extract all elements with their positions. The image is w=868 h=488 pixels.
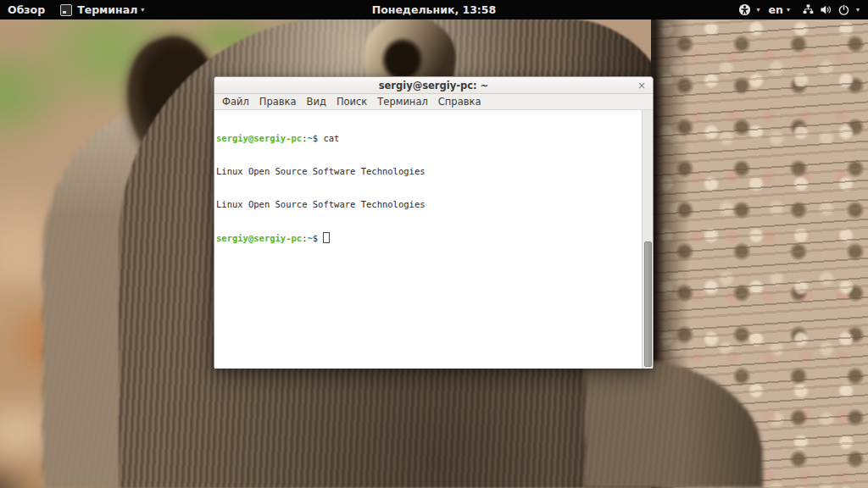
- scrollbar[interactable]: [642, 110, 653, 369]
- activities-button[interactable]: Обзор: [0, 0, 53, 19]
- raccoon-fur-foreground: [585, 359, 763, 488]
- power-icon: [837, 3, 850, 16]
- terminal-cursor: [323, 232, 330, 243]
- app-menu-label: Терминал: [77, 3, 137, 16]
- menu-item-help[interactable]: Справка: [433, 96, 487, 108]
- window-title: sergiy@sergiy-pc: ~: [379, 80, 489, 92]
- volume-icon: [820, 3, 832, 16]
- accessibility-menu[interactable]: ▾: [732, 0, 765, 19]
- app-menu-button[interactable]: Терминал ▾: [53, 0, 152, 19]
- system-menu[interactable]: ▾: [794, 0, 865, 19]
- menu-item-edit[interactable]: Правка: [254, 96, 302, 108]
- window-menubar: Файл Правка Вид Поиск Терминал Справка: [214, 94, 653, 110]
- blurred-leaves-left: [0, 0, 237, 488]
- chevron-down-icon: ▾: [141, 7, 144, 14]
- close-button[interactable]: ×: [635, 77, 648, 93]
- keyboard-layout-label: en: [769, 3, 783, 16]
- desktop: sergiy@sergiy-pc: ~ × Файл Правка Вид По…: [0, 0, 868, 488]
- prompt-dollar: $: [313, 233, 318, 243]
- activities-label: Обзор: [8, 3, 45, 16]
- chevron-down-icon: ▾: [757, 7, 760, 14]
- accessibility-icon: [738, 3, 751, 16]
- tree-trunk: [651, 19, 868, 488]
- close-icon: ×: [637, 80, 646, 92]
- menu-item-search[interactable]: Поиск: [331, 96, 372, 108]
- chevron-down-icon: ▾: [787, 7, 790, 14]
- prompt-command: $ cat: [313, 133, 340, 143]
- prompt-user: sergiy@sergiy-pc: [216, 233, 302, 243]
- top-bar: Обзор Терминал ▾ Понедельник, 13:58 ▾: [0, 0, 868, 19]
- prompt-line: sergiy@sergiy-pc:~$ cat: [216, 133, 639, 144]
- wired-network-icon: [802, 3, 815, 16]
- terminal-app-icon: [60, 4, 72, 16]
- prompt-line: sergiy@sergiy-pc:~$: [216, 232, 639, 244]
- terminal-window: sergiy@sergiy-pc: ~ × Файл Правка Вид По…: [214, 76, 654, 368]
- chevron-down-icon: ▾: [856, 7, 860, 14]
- window-titlebar[interactable]: sergiy@sergiy-pc: ~ ×: [214, 77, 653, 94]
- output-line: Linux Open Source Software Technologies: [216, 199, 639, 210]
- clock[interactable]: Понедельник, 13:58: [372, 3, 497, 16]
- status-area: ▾ en ▾: [732, 0, 865, 19]
- menu-item-file[interactable]: Файл: [217, 96, 254, 108]
- scrollbar-thumb[interactable]: [644, 241, 652, 367]
- menu-item-terminal[interactable]: Терминал: [372, 96, 432, 108]
- keyboard-layout-menu[interactable]: en ▾: [765, 0, 794, 19]
- terminal-body[interactable]: sergiy@sergiy-pc:~$ cat Linux Open Sourc…: [214, 110, 653, 369]
- prompt-user: sergiy@sergiy-pc: [216, 133, 302, 143]
- menu-item-view[interactable]: Вид: [302, 96, 331, 108]
- output-line: Linux Open Source Software Technologies: [216, 166, 639, 177]
